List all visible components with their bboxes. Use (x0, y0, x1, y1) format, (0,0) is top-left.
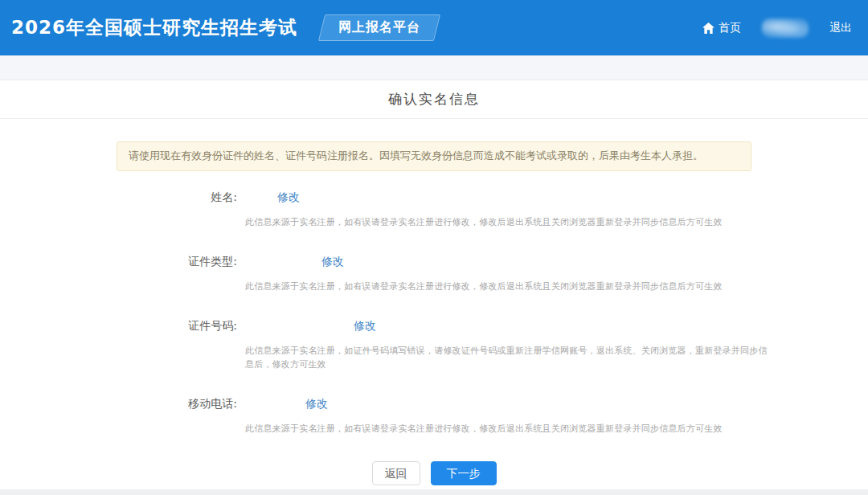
back-button[interactable]: 返回 (372, 461, 420, 485)
field-row-cert-type: 证件类型: 修改 此信息来源于实名注册，如有误请登录实名注册进行修改，修改后退出… (0, 255, 868, 293)
platform-badge: 网上报名平台 (318, 14, 440, 41)
app-window: 2026年全国硕士研究生招生考试 网上报名平台 首页 退出 确认实名信息 请使用… (0, 0, 868, 495)
cert-number-help-text: 此信息来源于实名注册，如证件号码填写错误，请修改证件号码或重新注册学信网账号，退… (245, 344, 772, 371)
site-title: 2026年全国硕士研究生招生考试 (11, 15, 297, 40)
cert-type-label: 证件类型: (0, 255, 237, 269)
cert-number-label: 证件号码: (0, 319, 237, 333)
cert-type-help-text: 此信息来源于实名注册，如有误请登录实名注册进行修改，修改后退出系统且关闭浏览器重… (245, 280, 772, 293)
field-row-mobile: 移动电话: 修改 此信息来源于实名注册，如有误请登录实名注册进行修改，修改后退出… (0, 397, 868, 436)
field-main: 证件类型: 修改 (0, 255, 868, 269)
field-main: 姓名: 修改 (0, 190, 868, 205)
form-actions: 返回 下一步 (0, 461, 868, 485)
next-button[interactable]: 下一步 (431, 461, 497, 485)
nav-home-label: 首页 (719, 21, 741, 35)
field-row-name: 姓名: 修改 此信息来源于实名注册，如有误请登录实名注册进行修改，修改后退出系统… (0, 190, 868, 229)
nav-logout[interactable]: 退出 (829, 21, 852, 35)
header-nav: 首页 退出 (702, 18, 852, 38)
realname-form: 姓名: 修改 此信息来源于实名注册，如有误请登录实名注册进行修改，修改后退出系统… (0, 190, 868, 436)
mobile-modify-link[interactable]: 修改 (305, 397, 328, 411)
main-content: 确认实名信息 请使用现在有效身份证件的姓名、证件号码注册报名。因填写无效身份信息… (0, 80, 868, 485)
nav-logout-label: 退出 (829, 21, 852, 35)
page-title-band: 确认实名信息 (0, 80, 868, 119)
platform-badge-label: 网上报名平台 (338, 19, 420, 36)
mobile-label: 移动电话: (0, 397, 237, 411)
window-bottom-edge (0, 489, 868, 495)
cert-type-modify-link[interactable]: 修改 (321, 255, 344, 269)
mobile-help-text: 此信息来源于实名注册，如有误请登录实名注册进行修改，修改后退出系统且关闭浏览器重… (245, 422, 772, 436)
notice-banner: 请使用现在有效身份证件的姓名、证件号码注册报名。因填写无效身份信息而造成不能考试… (117, 141, 751, 171)
header-gap-band (0, 55, 868, 80)
name-label: 姓名: (0, 190, 237, 205)
field-main: 证件号码: 修改 (0, 319, 868, 333)
page-title: 确认实名信息 (388, 90, 480, 108)
name-help-text: 此信息来源于实名注册，如有误请登录实名注册进行修改，修改后退出系统且关闭浏览器重… (245, 215, 772, 229)
cert-number-modify-link[interactable]: 修改 (354, 319, 376, 333)
home-icon (702, 22, 714, 34)
field-row-cert-number: 证件号码: 修改 此信息来源于实名注册，如证件号码填写错误，请修改证件号码或重新… (0, 319, 868, 371)
top-header: 2026年全国硕士研究生招生考试 网上报名平台 首页 退出 (0, 0, 868, 55)
field-main: 移动电话: 修改 (0, 397, 868, 411)
nav-home[interactable]: 首页 (702, 21, 741, 35)
username-redacted (762, 18, 809, 38)
name-modify-link[interactable]: 修改 (277, 190, 300, 205)
